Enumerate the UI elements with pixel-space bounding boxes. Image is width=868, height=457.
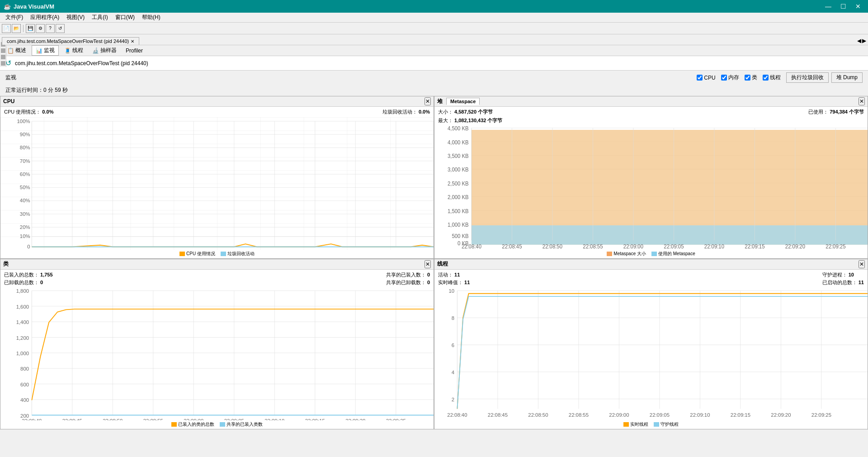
svg-text:22:08:50: 22:08:50: [528, 412, 548, 418]
svg-text:22:09:10: 22:09:10: [704, 243, 724, 250]
svg-text:10: 10: [449, 288, 455, 294]
memory-checkbox[interactable]: [721, 75, 727, 81]
svg-text:22:08:40: 22:08:40: [22, 418, 42, 420]
toolbar-refresh[interactable]: ↺: [56, 24, 65, 33]
toolbar-help[interactable]: ?: [46, 24, 55, 33]
cpu-usage-color: [179, 252, 185, 256]
svg-text:22:09:15: 22:09:15: [305, 418, 325, 420]
svg-text:400: 400: [20, 397, 29, 403]
cpu-checkbox-label[interactable]: CPU: [697, 75, 715, 81]
menu-app[interactable]: 应用程序(A): [27, 13, 63, 22]
metaspace-tab[interactable]: Metaspace: [446, 98, 480, 105]
heap-used-color: [651, 252, 657, 256]
toolbar-save[interactable]: 💾: [26, 24, 35, 33]
class-legend: 已装入的类的总数 共享的已装入类数: [0, 420, 434, 429]
heap-chart-svg: 4,500 KB 4,000 KB 3,500 KB 3,000 KB 2,50…: [434, 125, 868, 250]
tab-nav-left[interactable]: ◀: [857, 38, 861, 44]
svg-text:10%: 10%: [20, 233, 30, 239]
maximize-button[interactable]: ☐: [837, 2, 850, 11]
svg-text:22:09:10: 22:09:10: [264, 418, 284, 420]
cpu-stats: CPU 使用情况： 0.0% 垃圾回收活动： 0.0%: [0, 107, 434, 117]
sidebar-item-3[interactable]: [1, 55, 5, 59]
cpu-gc-stat: 垃圾回收活动： 0.0%: [382, 109, 430, 115]
menu-help[interactable]: 帮助(H): [138, 13, 164, 22]
cpu-panel-close[interactable]: ✕: [425, 97, 431, 105]
thread-live-color: [623, 422, 629, 427]
class-panel-close[interactable]: ✕: [425, 260, 431, 268]
app-title-area: ↺ com.jihu.test.com.MetaSpaceOverFlowTes…: [0, 56, 868, 71]
svg-text:0: 0: [27, 244, 30, 249]
main-tab[interactable]: com.jihu.test.com.MetaSpaceOverFlowTest …: [2, 37, 139, 45]
cpu-legend-gc: 垃圾回收活动: [221, 251, 255, 257]
monitor-section-label: 监视: [5, 74, 16, 81]
class-checkbox-label[interactable]: 类: [745, 74, 757, 81]
menu-bar: 文件(F) 应用程序(A) 视图(V) 工具(I) 窗口(W) 帮助(H): [0, 13, 868, 23]
gc-button[interactable]: 执行垃圾回收: [786, 72, 829, 83]
heap-max-stat: 最大： 1,082,130,432 个字节: [434, 117, 868, 125]
svg-text:200: 200: [20, 413, 29, 418]
svg-marker-66: [472, 225, 868, 245]
menu-window[interactable]: 窗口(W): [112, 13, 138, 22]
sidebar-item-2[interactable]: [1, 48, 5, 53]
menu-file[interactable]: 文件(F): [2, 13, 27, 22]
app-title: ☕ Java VisualVM: [4, 3, 54, 10]
tab-nav-arrows: ◀ ▶: [857, 38, 866, 45]
threads-icon: 🧵: [64, 48, 71, 54]
sub-tab-sampler[interactable]: 🔬 抽样器: [89, 46, 120, 55]
thread-checkbox-label[interactable]: 线程: [763, 74, 781, 81]
threads-label: 线程: [72, 47, 83, 54]
thread-chart-body: 10 8 6 4 2 22:08: [434, 288, 868, 420]
svg-text:4: 4: [452, 370, 454, 375]
thread-daemon-stat: 守护进程： 10: [822, 271, 864, 278]
svg-text:22:09:20: 22:09:20: [345, 418, 365, 420]
thread-legend: 实时线程 守护线程: [434, 420, 868, 429]
svg-text:500 KB: 500 KB: [452, 233, 468, 239]
minimize-button[interactable]: —: [821, 2, 835, 11]
class-stats: 已装入的总数： 1,755 已卸载的总数： 0 共享的已装入数： 0 共享的已卸…: [0, 270, 434, 288]
menu-view[interactable]: 视图(V): [63, 13, 88, 22]
svg-text:1,000 KB: 1,000 KB: [448, 221, 469, 228]
monitor-label: 监视: [44, 47, 55, 54]
heap-panel-close[interactable]: ✕: [859, 97, 865, 105]
svg-text:22:09:05: 22:09:05: [224, 418, 244, 420]
svg-text:22:08:55: 22:08:55: [143, 418, 163, 420]
heap-chart-body: 4,500 KB 4,000 KB 3,500 KB 3,000 KB 2,50…: [434, 125, 868, 250]
svg-rect-87: [0, 288, 434, 420]
sub-tab-overview[interactable]: 📋 概述: [4, 46, 30, 55]
menu-tools[interactable]: 工具(I): [88, 13, 111, 22]
cpu-checkbox[interactable]: [697, 75, 703, 81]
thread-checkbox[interactable]: [763, 75, 769, 81]
close-button[interactable]: ✕: [852, 2, 864, 11]
monitor-checkboxes: CPU 内存 类 线程 执行垃圾回收 堆 Dump: [697, 72, 863, 83]
svg-text:100%: 100%: [17, 119, 30, 124]
sub-tabs: 📋 概述 📊 监视 🧵 线程 🔬 抽样器 Profiler: [0, 45, 868, 56]
heap-size-stat: 大小： 4,587,520 个字节: [438, 109, 493, 115]
thread-stats: 活动： 11 实时峰值： 11 守护进程： 10 已启动的总数： 11: [434, 270, 868, 288]
svg-text:1,200: 1,200: [16, 335, 29, 340]
cpu-chart-body: 100% 90% 80% 70% 60% 50% 40% 30% 20% 10%…: [0, 117, 434, 250]
class-checkbox[interactable]: [745, 75, 750, 81]
heap-dump-button[interactable]: 堆 Dump: [831, 72, 863, 83]
svg-text:70%: 70%: [20, 158, 30, 164]
thread-legend-live: 实时线程: [623, 421, 648, 428]
thread-panel-close[interactable]: ✕: [859, 260, 865, 268]
cpu-panel-title: CPU: [3, 98, 14, 105]
tab-nav-right[interactable]: ▶: [862, 38, 866, 44]
sidebar-item-4[interactable]: [1, 61, 5, 66]
toolbar-open[interactable]: 📂: [12, 24, 21, 33]
toolbar-settings[interactable]: ⚙: [36, 24, 45, 33]
svg-text:22:08:50: 22:08:50: [103, 418, 123, 420]
svg-text:22:08:55: 22:08:55: [569, 412, 589, 418]
svg-text:4,500 KB: 4,500 KB: [448, 125, 469, 132]
class-shared-loaded-stat: 共享的已装入数： 0: [386, 271, 430, 278]
sub-tab-threads[interactable]: 🧵 线程: [61, 46, 87, 55]
sub-tab-monitor[interactable]: 📊 监视: [32, 45, 59, 56]
svg-text:6: 6: [452, 343, 454, 348]
toolbar-new[interactable]: 📄: [2, 24, 11, 33]
class-legend-shared: 共享的已装入类数: [220, 421, 263, 428]
memory-checkbox-label[interactable]: 内存: [721, 74, 739, 81]
sub-tab-profiler[interactable]: Profiler: [122, 47, 146, 55]
heap-panel-title: 堆: [437, 98, 443, 105]
heap-panel-header: 堆 Metaspace ✕: [434, 96, 868, 107]
tab-close-button[interactable]: ✕: [131, 39, 134, 44]
